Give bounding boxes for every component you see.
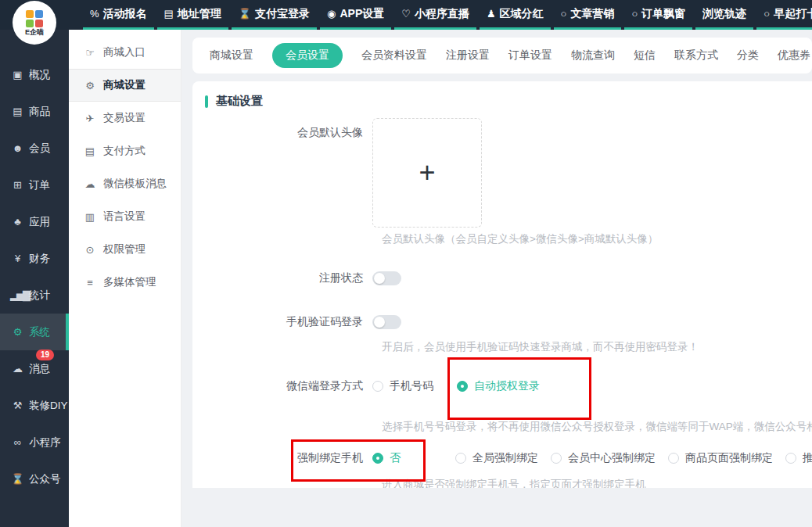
topbar-item-activity-signup[interactable]: % 活动报名 — [83, 0, 154, 30]
radio-phone-number[interactable]: 手机号码 — [372, 379, 433, 393]
subsidebar-item-label: 多媒体管理 — [103, 275, 156, 289]
eye-icon: ⊙ — [84, 244, 96, 256]
topbar-item-region-dividend[interactable]: ♟ 区域分红 — [480, 0, 551, 30]
subsidebar-item-label: 权限管理 — [103, 242, 146, 256]
radio-clipped-option[interactable]: 推 — [785, 451, 812, 465]
sidebar-item-official-account[interactable]: ⌛ 公众号 — [0, 461, 69, 497]
topbar-item-alipay-login[interactable]: ⌛ 支付宝登录 — [232, 0, 317, 30]
sidebar-item-apps[interactable]: ♣ 应用 — [0, 203, 69, 240]
overview-icon: ▣ — [10, 69, 23, 81]
main-content: 商城设置 会员设置 会员资料设置 注册设置 订单设置 物流查询 短信 联系方式 … — [181, 30, 812, 527]
field-label: 微信端登录方式 — [192, 379, 372, 393]
sidebar-item-orders[interactable]: ⊞ 订单 — [0, 167, 69, 203]
sidebar-item-stats[interactable]: ▂▅▇ 统计 — [0, 277, 69, 314]
form-row-force-bind-phone: 强制绑定手机 否 全局强制绑定 会员中心强制绑定 商品页面强制绑定 — [192, 451, 812, 465]
subsidebar-item-payment-method[interactable]: ▤ 支付方式 — [69, 134, 181, 167]
message-count-badge: 19 — [36, 350, 54, 360]
topbar-item-miniprogram-live[interactable]: ♡ 小程序直播 — [394, 0, 476, 30]
radio-label: 手机号码 — [390, 379, 433, 393]
tab-coupon[interactable]: 优惠券 — [778, 43, 810, 68]
subsidebar-item-language-settings[interactable]: ▥ 语言设置 — [69, 200, 181, 233]
radio-product-page-force-bind[interactable]: 商品页面强制绑定 — [668, 451, 773, 465]
topbar-item-label: 订单飘窗 — [641, 7, 685, 21]
subsidebar-item-wechat-template-msg[interactable]: ☁ 微信模板消息 — [69, 167, 181, 200]
sidebar-item-decorate-diy[interactable]: ⚒ 装修DIY — [0, 387, 69, 424]
sidebar-item-messages[interactable]: ☁ 消息 19 — [0, 350, 69, 387]
wechat-icon: ∞ — [10, 436, 23, 448]
radio-auto-auth-login[interactable]: 自动授权登录 — [457, 379, 540, 393]
subsidebar-item-permission-management[interactable]: ⊙ 权限管理 — [69, 233, 181, 266]
topbar-item-address-management[interactable]: ▤ 地址管理 — [157, 0, 228, 30]
sidebar-item-label: 小程序 — [29, 436, 61, 450]
subsidebar-item-mall-entry[interactable]: ☞ 商城入口 — [69, 36, 181, 69]
settings-form: 会员默认头像 + 会员默认头像（会员自定义头像>微信头像>商城默认头像） 注册状… — [192, 118, 812, 488]
section-header: 基础设置 — [192, 94, 812, 109]
radio-label: 自动授权登录 — [474, 379, 540, 393]
person-icon: ♟ — [487, 8, 496, 20]
radio-circle-icon — [372, 381, 383, 392]
hourglass-icon: ⌛ — [239, 8, 251, 20]
sms-login-hint: 开启后，会员使用手机验证码快速登录商城，而不再使用密码登录！ — [382, 340, 812, 354]
avatar-upload-box[interactable]: + — [372, 118, 482, 228]
sidebar-item-overview[interactable]: ▣ 概况 — [0, 56, 69, 93]
subsidebar-item-trade-settings[interactable]: ✈ 交易设置 — [69, 102, 181, 134]
radio-no[interactable]: 否 — [372, 451, 401, 465]
sidebar-item-miniprogram[interactable]: ∞ 小程序 — [0, 424, 69, 461]
section-title: 基础设置 — [216, 94, 263, 109]
form-row-default-avatar: 会员默认头像 + — [192, 118, 812, 228]
register-status-toggle[interactable] — [372, 271, 401, 285]
radio-label: 全局强制绑定 — [472, 451, 538, 465]
topbar-item-order-popup[interactable]: ○ 订单飘窗 — [624, 0, 692, 30]
radio-global-force-bind[interactable]: 全局强制绑定 — [455, 451, 538, 465]
radio-circle-icon — [668, 453, 679, 464]
sidebar-item-label: 应用 — [29, 215, 50, 229]
radio-label: 否 — [390, 451, 401, 465]
topbar-item-app-settings[interactable]: ◉ APP设置 — [320, 0, 391, 30]
topbar: % 活动报名 ▤ 地址管理 ⌛ 支付宝登录 ◉ APP设置 ♡ 小程序直播 ♟ … — [0, 0, 812, 30]
tab-register-settings[interactable]: 注册设置 — [446, 43, 490, 68]
plus-icon: + — [419, 159, 435, 187]
sidebar-item-label: 消息 — [29, 362, 50, 376]
tab-category[interactable]: 分类 — [737, 43, 759, 68]
link-icon: % — [90, 8, 99, 20]
avatar-caption: 会员默认头像（会员自定义头像>微信头像>商城默认头像） — [382, 232, 812, 246]
radio-member-center-force-bind[interactable]: 会员中心强制绑定 — [551, 451, 656, 465]
section-accent-bar — [205, 95, 208, 108]
topbar-item-label: 活动报名 — [103, 7, 147, 21]
sidebar-item-finance[interactable]: ¥ 财务 — [0, 240, 69, 277]
subsidebar-item-mall-settings[interactable]: ⚙ 商城设置 — [69, 69, 181, 102]
sms-login-toggle[interactable] — [372, 315, 401, 329]
topbar-item-browse-track[interactable]: 浏览轨迹 — [695, 0, 753, 30]
tab-contact-method[interactable]: 联系方式 — [674, 43, 718, 68]
tab-sms[interactable]: 短信 — [634, 43, 656, 68]
sidebar-item-members[interactable]: ☻ 会员 — [0, 130, 69, 167]
app-logo: E企喵 — [13, 1, 56, 45]
tab-member-settings[interactable]: 会员设置 — [272, 43, 343, 68]
sidebar-item-label: 公众号 — [29, 472, 61, 486]
topbar-item-label: 文章营销 — [570, 7, 614, 21]
chat-bubble-icon: ☁ — [10, 363, 23, 375]
goods-icon: ▤ — [10, 106, 23, 117]
radio-circle-icon — [551, 453, 562, 464]
topbar-item-label: 早起打卡 — [774, 7, 812, 21]
tab-member-profile-settings[interactable]: 会员资料设置 — [361, 43, 427, 68]
form-row-register-status: 注册状态 — [192, 271, 812, 285]
subsidebar-item-media-management[interactable]: ≡ 多媒体管理 — [69, 266, 181, 299]
tab-order-settings[interactable]: 订单设置 — [508, 43, 552, 68]
sidebar-item-label: 会员 — [29, 142, 50, 156]
members-icon: ☻ — [10, 142, 23, 154]
topbar-item-label: 浏览轨迹 — [702, 7, 746, 21]
topbar-item-morning-checkin[interactable]: ○ 早起打卡 — [756, 0, 812, 30]
field-label: 注册状态 — [192, 271, 372, 285]
gear-icon: ⚙ — [84, 80, 96, 91]
sidebar-item-goods[interactable]: ▤ 商品 — [0, 93, 69, 130]
sidebar-item-system[interactable]: ⚙ 系统 — [0, 314, 69, 350]
topbar-item-article-marketing[interactable]: ○ 文章营销 — [554, 0, 622, 30]
sidebar-item-label: 商品 — [29, 105, 50, 119]
compress-icon: ✈ — [84, 113, 96, 124]
field-label: 会员默认头像 — [192, 118, 372, 140]
tab-logistics-query[interactable]: 物流查询 — [571, 43, 615, 68]
tab-mall-settings[interactable]: 商城设置 — [210, 43, 253, 68]
hand-pointer-icon: ☞ — [84, 47, 96, 59]
subsidebar-item-label: 商城设置 — [103, 78, 146, 92]
